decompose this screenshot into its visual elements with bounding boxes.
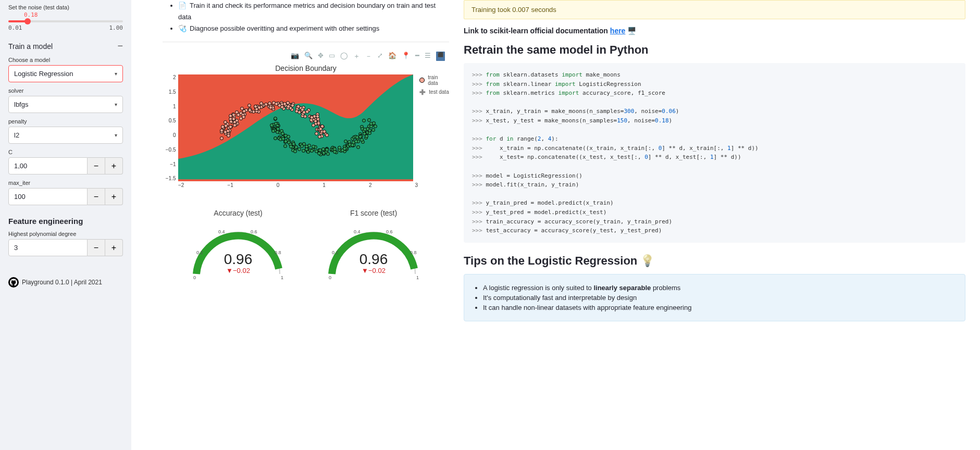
train-model-section[interactable]: Train a model −: [8, 41, 123, 52]
maxiter-increment[interactable]: +: [105, 188, 123, 205]
feature-engineering-header: Feature engineering: [8, 217, 123, 226]
penalty-select[interactable]: l2 ▾: [8, 127, 123, 144]
box-select-icon[interactable]: ▭: [329, 52, 335, 61]
data-point: [287, 135, 290, 139]
c-increment[interactable]: +: [105, 157, 123, 174]
data-point: [360, 138, 364, 142]
accuracy-gauge: Accuracy (test) 00.2 0.40.6 0.81 0.96 ▼−…: [181, 209, 295, 274]
cross-icon: ✚: [419, 90, 426, 95]
sidebar: Set the noise (test data) 0.18 0.01 1.00…: [0, 0, 131, 450]
data-point: [305, 110, 309, 114]
intro-bullets: 📄Train it and check its performance metr…: [163, 0, 449, 34]
autoscale-icon[interactable]: ⤢: [377, 52, 383, 61]
data-point: [227, 134, 230, 138]
lasso-icon[interactable]: ◯: [340, 52, 348, 61]
data-point: [259, 102, 263, 105]
data-point: [354, 140, 358, 143]
divider: [163, 42, 449, 42]
f1-gauge: F1 score (test) 00.2 0.40.6 0.81 0.96 ▼−…: [316, 209, 431, 274]
data-point: [338, 146, 341, 149]
data-point: [229, 120, 233, 123]
solver-select[interactable]: lbfgs ▾: [8, 96, 123, 113]
svg-text:0.2: 0.2: [196, 250, 203, 255]
training-time-banner: ⤢ Training took 0.007 seconds: [464, 0, 965, 19]
svg-text:0.4: 0.4: [354, 229, 361, 234]
c-decrement[interactable]: −: [88, 157, 105, 174]
svg-text:0.8: 0.8: [275, 250, 281, 255]
spike-icon[interactable]: 📍: [402, 52, 410, 61]
data-point: [220, 136, 224, 140]
svg-text:0: 0: [329, 275, 331, 280]
maxiter-stepper[interactable]: 100 − +: [8, 188, 123, 205]
data-point: [318, 135, 321, 139]
collapse-icon: −: [117, 41, 123, 52]
data-point: [310, 149, 314, 153]
data-point: [351, 143, 354, 147]
doc-link[interactable]: here: [610, 27, 626, 35]
data-point: [293, 149, 297, 153]
c-stepper[interactable]: 1,00 − +: [8, 157, 123, 174]
poly-degree-label: Highest polynomial degree: [8, 231, 123, 237]
tips-header: Tips on the Logistic Regression 💡: [464, 254, 965, 268]
poly-stepper[interactable]: 3 − +: [8, 239, 123, 256]
retrain-header: Retrain the same model in Python: [464, 43, 965, 57]
noise-test-value: 0.18: [24, 11, 123, 18]
data-point: [287, 105, 290, 108]
svg-text:0.4: 0.4: [218, 229, 225, 234]
data-point: [320, 124, 324, 128]
github-icon[interactable]: [8, 277, 19, 288]
data-point: [363, 128, 367, 131]
bulb-icon: 💡: [640, 254, 654, 267]
data-point: [325, 133, 329, 137]
data-point: [237, 113, 240, 117]
decision-boundary-chart[interactable]: Decision Boundary 2 1.5 1 0.5 0 −0.5 −1 …: [163, 64, 449, 188]
doc-icon: 📄: [178, 0, 187, 11]
data-point: [275, 102, 278, 106]
doc-link-line: Link to scikit-learn official documentat…: [464, 27, 965, 35]
pan-icon[interactable]: ✥: [318, 52, 324, 61]
chevron-down-icon: ▾: [115, 102, 117, 107]
svg-text:1: 1: [281, 275, 283, 280]
poly-increment[interactable]: +: [105, 239, 123, 256]
compare-icon[interactable]: ☰: [425, 52, 431, 61]
data-point: [224, 124, 228, 128]
data-point: [229, 125, 232, 129]
chart-title: Decision Boundary: [163, 64, 449, 72]
reset-icon[interactable]: 🏠: [388, 52, 396, 61]
zoom-icon[interactable]: 🔍: [304, 52, 313, 61]
model-select[interactable]: Logistic Regression ▾: [8, 65, 123, 82]
choose-model-label: Choose a model: [8, 57, 123, 63]
plotly-logo-icon[interactable]: ⬛: [436, 52, 445, 61]
chevron-down-icon: ▾: [115, 71, 117, 77]
y-axis: 2 1.5 1 0.5 0 −0.5 −1 −1.5: [163, 74, 178, 181]
data-point: [274, 136, 277, 140]
data-point: [270, 123, 274, 127]
data-point: [271, 129, 275, 133]
hover-icon[interactable]: ━: [415, 52, 419, 61]
maxiter-decrement[interactable]: −: [88, 188, 105, 205]
noise-min: 0.01: [8, 24, 22, 31]
data-point: [333, 150, 337, 154]
data-point: [220, 129, 224, 132]
x-axis: −2 −1 0 1 2 3: [178, 182, 418, 188]
svg-text:0.8: 0.8: [410, 250, 417, 255]
tips-box: A logistic regression is only suited to …: [464, 274, 965, 321]
svg-text:0.6: 0.6: [386, 229, 393, 234]
zoom-in-icon[interactable]: ＋: [353, 52, 360, 61]
data-point: [358, 135, 362, 139]
stethoscope-icon: 🩺: [178, 23, 187, 34]
camera-icon[interactable]: 📷: [291, 52, 299, 61]
noise-test-slider[interactable]: Set the noise (test data) 0.18 0.01 1.00: [8, 4, 123, 31]
poly-decrement[interactable]: −: [88, 239, 105, 256]
data-point: [254, 105, 257, 108]
data-point: [322, 130, 326, 133]
data-point: [278, 104, 281, 107]
penalty-label: penalty: [8, 118, 123, 124]
data-point: [296, 105, 300, 108]
data-point: [224, 130, 227, 134]
zoom-out-icon[interactable]: －: [365, 52, 372, 61]
data-point: [247, 104, 251, 107]
data-point: [283, 144, 287, 148]
solver-label: solver: [8, 88, 123, 94]
maxiter-label: max_iter: [8, 180, 123, 186]
